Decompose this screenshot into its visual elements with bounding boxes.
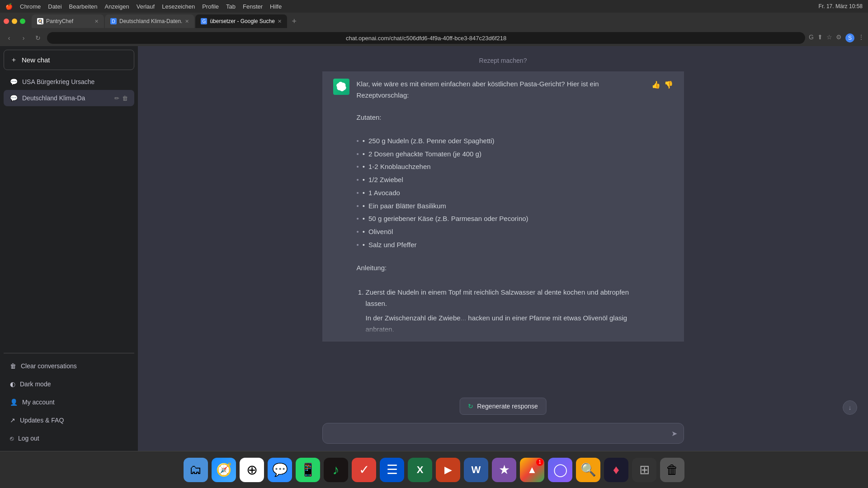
clear-label: Clear conversations (21, 362, 77, 370)
logout-icon: ⎋ (10, 435, 14, 442)
dock-trello[interactable]: ☰ (380, 458, 404, 482)
dock-word[interactable]: W (464, 458, 488, 482)
dock-excel[interactable]: X (408, 458, 432, 482)
input-area: ➤ (138, 418, 868, 451)
dock-drive[interactable]: ▲ 1 (520, 458, 544, 482)
dock-whatsapp[interactable]: 📱 (296, 458, 320, 482)
google-icon[interactable]: G (809, 33, 814, 42)
close-window-button[interactable] (4, 19, 9, 24)
send-button[interactable]: ➤ (671, 429, 677, 438)
input-container: ➤ (322, 423, 684, 444)
chat-history-item-deutschland[interactable]: 💬 Deutschland Klima-Da ✏ 🗑 (4, 90, 134, 106)
dock-todoist[interactable]: ✓ (352, 458, 376, 482)
forward-button[interactable]: › (18, 34, 29, 42)
thumbs-up-button[interactable]: 👍 (651, 80, 660, 89)
minimize-window-button[interactable] (12, 19, 17, 24)
regenerate-icon: ↻ (468, 403, 473, 410)
menu-bearbeiten[interactable]: Bearbeiten (69, 3, 98, 10)
sidebar-action-darkmode[interactable]: ◐ Dark mode (4, 375, 134, 393)
ingredient-1: •250 g Nudeln (z.B. Penne oder Spaghetti… (357, 135, 644, 148)
dock-finder[interactable]: 🗂 (184, 458, 208, 482)
browser-tab-pantry[interactable]: 🍳 PantryChef ✕ (32, 14, 104, 28)
more-icon[interactable]: ⋮ (858, 33, 864, 42)
zutaten-heading: Zutaten: (357, 112, 644, 123)
browser-tab-google[interactable]: G übersetzer - Google Suche ✕ (195, 14, 287, 28)
trash-icon: 🗑 (10, 362, 16, 370)
assistant-message: Klar, wie wäre es mit einem einfachen ab… (322, 71, 684, 342)
dock-spotify[interactable]: ♪ (324, 458, 348, 482)
menu-datei[interactable]: Datei (48, 3, 61, 10)
ingredient-3: •1-2 Knoblauchzehen (357, 160, 644, 174)
bookmark-icon[interactable]: ☆ (826, 33, 832, 42)
dock-trash[interactable]: 🗑 (660, 458, 684, 482)
tab-close-pantry[interactable]: ✕ (94, 19, 99, 24)
tab-close-deutschland[interactable]: ✕ (185, 19, 189, 24)
delete-icon[interactable]: 🗑 (122, 95, 128, 102)
datetime-display: Fr. 17. März 10:58 (819, 3, 863, 9)
back-button[interactable]: ‹ (4, 34, 14, 42)
edit-icon[interactable]: ✏ (114, 95, 119, 102)
refresh-button[interactable]: ↻ (33, 34, 43, 42)
menu-profile[interactable]: Profile (202, 3, 219, 10)
dock-app2[interactable]: ⊞ (632, 458, 656, 482)
tab-label-google: übersetzer - Google Suche (210, 18, 274, 24)
url-input[interactable] (47, 32, 805, 44)
browser-tab-deutschland[interactable]: D Deutschland Klima-Daten. ✕ (105, 14, 194, 28)
chat-scroll[interactable]: Rezept machen? Klar, wie wäre es mit ein… (138, 46, 868, 418)
chat-item-label: Deutschland Klima-Da (22, 94, 110, 102)
apple-icon[interactable]: 🍎 (5, 3, 13, 10)
new-tab-button[interactable]: + (288, 15, 301, 28)
sidebar-action-clear[interactable]: 🗑 Clear conversations (4, 357, 134, 375)
dock-zoom[interactable]: 💬 (268, 458, 292, 482)
menu-anzeigen[interactable]: Anzeigen (105, 3, 129, 10)
thumbs-down-button[interactable]: 👎 (664, 80, 673, 89)
chat-history-item-usa[interactable]: 💬 USA Bürgerkrieg Ursache (4, 74, 134, 90)
menu-hilfe[interactable]: Hilfe (270, 3, 282, 10)
tab-bar: 🍳 PantryChef ✕ D Deutschland Klima-Daten… (0, 13, 868, 30)
share-icon[interactable]: ⬆ (817, 33, 823, 42)
macos-dock: 🗂 🧭 ⊕ 💬 📱 ♪ ✓ ☰ X ▶ W ★ ▲ 1 ◯ 🔍 ♦ ⊞ 🗑 (0, 451, 868, 488)
chat-input[interactable] (329, 428, 671, 439)
dock-safari[interactable]: 🧭 (212, 458, 236, 482)
ingredient-7: •50 g geriebener Käse (z.B. Parmesan ode… (357, 212, 644, 225)
anleitung-heading: Anleitung: (357, 263, 644, 274)
profile-icon[interactable]: S (845, 33, 854, 42)
dock-ppt[interactable]: ▶ (436, 458, 460, 482)
dock-devtools[interactable]: 🔍 (576, 458, 600, 482)
message-body: Klar, wie wäre es mit einem einfachen ab… (357, 79, 644, 334)
external-link-icon: ↗ (10, 417, 15, 424)
sidebar-action-myaccount[interactable]: 👤 My account (4, 393, 134, 411)
menu-chrome[interactable]: Chrome (20, 3, 41, 10)
dock-bezel[interactable]: ★ (492, 458, 516, 482)
powerpoint-icon: ▶ (444, 464, 452, 476)
menu-fenster[interactable]: Fenster (243, 3, 263, 10)
dock-app1[interactable]: ♦ (604, 458, 628, 482)
menu-lesezeichen[interactable]: Lesezeichen (162, 3, 195, 10)
finder-icon: 🗂 (189, 462, 202, 477)
menu-verlauf[interactable]: Verlauf (137, 3, 155, 10)
browser-chrome: 🍳 PantryChef ✕ D Deutschland Klima-Daten… (0, 13, 868, 46)
message-intro: Klar, wie wäre es mit einem einfachen ab… (357, 79, 644, 101)
step-1: Zuerst die Nudeln in einem Topf mit reic… (366, 285, 644, 311)
ingredient-6: •Ein paar Blätter Basilikum (357, 200, 644, 213)
sidebar-action-updates[interactable]: ↗ Updates & FAQ (4, 411, 134, 429)
ingredient-8: •Olivenöl (357, 225, 644, 239)
tab-close-google[interactable]: ✕ (278, 19, 282, 24)
extension-icon[interactable]: ⚙ (836, 33, 842, 42)
fullscreen-window-button[interactable] (20, 19, 25, 24)
trello-icon: ☰ (387, 462, 398, 477)
menu-tab[interactable]: Tab (226, 3, 236, 10)
new-chat-button[interactable]: ＋ New chat (4, 50, 134, 70)
sidebar-action-logout[interactable]: ⎋ Log out (4, 429, 134, 447)
dock-arc[interactable]: ◯ (548, 458, 572, 482)
ingredients-list: •250 g Nudeln (z.B. Penne oder Spaghetti… (357, 135, 644, 252)
dock-chrome[interactable]: ⊕ (240, 458, 264, 482)
scroll-down-button[interactable]: ↓ (843, 400, 857, 415)
darkmode-label: Dark mode (20, 380, 51, 388)
regenerate-popup[interactable]: ↻ Regenerate response (459, 398, 547, 415)
browser-action-icons: G ⬆ ☆ ⚙ S ⋮ (809, 33, 864, 42)
new-chat-label: New chat (22, 56, 50, 64)
gpt-avatar (333, 79, 349, 95)
ingredient-9: •Salz und Pfeffer (357, 239, 644, 252)
trash-dock-icon: 🗑 (666, 462, 679, 477)
